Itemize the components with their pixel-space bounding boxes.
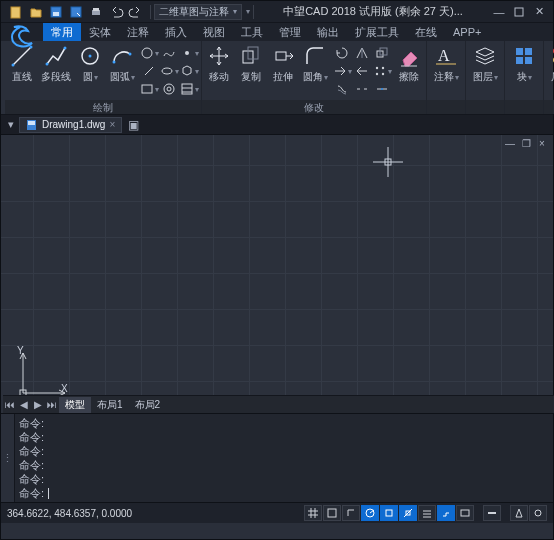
close-button[interactable]: ✕ (529, 3, 549, 21)
draw-mini-5-icon[interactable]: ▾ (161, 63, 177, 79)
new-tab-icon[interactable]: ▣ (128, 118, 139, 132)
layout-next-icon[interactable]: ▶ (31, 399, 45, 410)
mod-mini-1-icon[interactable] (334, 45, 350, 61)
status-lwt-icon[interactable] (418, 505, 436, 521)
status-otrack-icon[interactable] (399, 505, 417, 521)
panel-properties: 属性▾ (544, 41, 554, 114)
mod-mini-9-icon[interactable] (374, 81, 390, 97)
layers-button[interactable]: 图层▾ (470, 43, 500, 84)
document-tab-bar: ▾ Drawing1.dwg × ▣ (1, 115, 553, 135)
ribbon-tab-1[interactable]: 实体 (81, 23, 119, 41)
workspace-label: 二维草图与注释 (159, 5, 229, 19)
command-window[interactable]: ⋮ 命令: 命令: 命令: 命令: 命令: 命令: (1, 413, 553, 503)
status-grid-icon[interactable] (304, 505, 322, 521)
ribbon-tab-10[interactable]: APP+ (445, 23, 489, 41)
mod-mini-5-icon[interactable] (354, 63, 370, 79)
ribbon-tab-9[interactable]: 在线 (407, 23, 445, 41)
cmd-copy[interactable]: 复制 (238, 43, 264, 84)
status-extra1-icon[interactable] (483, 505, 501, 521)
ucs-icon: Y X (15, 349, 73, 399)
qat-save-icon[interactable] (47, 3, 65, 21)
svg-point-15 (129, 53, 132, 56)
annotate-button[interactable]: A 注释▾ (431, 43, 461, 84)
draw-mini-4-icon[interactable] (141, 63, 157, 79)
qat-redo-icon[interactable] (127, 3, 145, 21)
qat-new-icon[interactable] (7, 3, 25, 21)
minimize-button[interactable]: — (489, 3, 509, 21)
qat-overflow-icon[interactable]: ▾ (246, 7, 250, 16)
block-button[interactable]: 块▾ (509, 43, 539, 84)
ribbon-tab-2[interactable]: 注释 (119, 23, 157, 41)
drawing-canvas[interactable]: — ❐ × Y X ⏮ ◀ ▶ ⏭ 模型 布局1 布局2 (1, 135, 553, 413)
cmd-arc[interactable]: 圆弧▾ (109, 43, 135, 84)
status-polar-icon[interactable] (361, 505, 379, 521)
cmd-fillet[interactable]: 圆角▾ (302, 43, 328, 84)
cmd-stretch[interactable]: 拉伸 (270, 43, 296, 84)
layout-first-icon[interactable]: ⏮ (3, 399, 17, 410)
workspace-selector[interactable]: 二维草图与注释 ▾ (154, 4, 242, 20)
crosshair-cursor-icon (373, 147, 403, 177)
qat-saveas-icon[interactable] (67, 3, 85, 21)
mod-mini-2-icon[interactable] (354, 45, 370, 61)
mod-mini-4-icon[interactable]: ▾ (334, 63, 350, 79)
ribbon-tab-5[interactable]: 工具 (233, 23, 271, 41)
chevron-down-icon: ▾ (131, 73, 135, 82)
mod-mini-7-icon[interactable] (334, 81, 350, 97)
layout-tab-model[interactable]: 模型 (59, 397, 91, 413)
draw-mini-2-icon[interactable] (161, 45, 177, 61)
viewport-minimize-icon[interactable]: — (503, 137, 517, 149)
status-osnap-icon[interactable] (380, 505, 398, 521)
ribbon-tab-0[interactable]: 常用 (43, 23, 81, 41)
draw-mini-6-icon[interactable]: ▾ (181, 63, 197, 79)
ribbon-tab-7[interactable]: 输出 (309, 23, 347, 41)
svg-rect-65 (461, 510, 469, 516)
viewport-close-icon[interactable]: × (535, 137, 549, 149)
draw-mini-9-icon[interactable]: ▾ (181, 81, 197, 97)
layout-tab-2[interactable]: 布局2 (129, 397, 167, 413)
draw-mini-7-icon[interactable]: ▾ (141, 81, 157, 97)
qat-open-icon[interactable] (27, 3, 45, 21)
draw-mini-3-icon[interactable]: ▾ (181, 45, 197, 61)
status-ann1-icon[interactable] (510, 505, 528, 521)
svg-point-13 (89, 55, 92, 58)
properties-button[interactable]: 属性▾ (548, 43, 554, 84)
close-tab-icon[interactable]: × (109, 119, 115, 130)
cmd-erase[interactable]: 擦除 (396, 43, 422, 84)
layout-tab-1[interactable]: 布局1 (91, 397, 129, 413)
ribbon-tab-3[interactable]: 插入 (157, 23, 195, 41)
status-ortho-icon[interactable] (342, 505, 360, 521)
draw-mini-8-icon[interactable] (161, 81, 177, 97)
qat-plot-icon[interactable] (87, 3, 105, 21)
qat-undo-icon[interactable] (107, 3, 125, 21)
viewport-restore-icon[interactable]: ❐ (519, 137, 533, 149)
layout-tab-bar: ⏮ ◀ ▶ ⏭ 模型 布局1 布局2 (3, 395, 554, 413)
cmd-move[interactable]: 移动 (206, 43, 232, 84)
svg-rect-63 (386, 510, 392, 516)
status-model-icon[interactable] (456, 505, 474, 521)
layout-last-icon[interactable]: ⏭ (45, 399, 59, 410)
cmd-circle[interactable]: 圆▾ (77, 43, 103, 84)
ribbon-tab-6[interactable]: 管理 (271, 23, 309, 41)
ribbon-tab-4[interactable]: 视图 (195, 23, 233, 41)
mod-mini-8-icon[interactable] (354, 81, 370, 97)
mod-mini-3-icon[interactable] (374, 45, 390, 61)
app-logo-icon[interactable] (5, 21, 39, 51)
layout-prev-icon[interactable]: ◀ (17, 399, 31, 410)
status-dyn-icon[interactable] (437, 505, 455, 521)
svg-rect-0 (11, 7, 20, 18)
ribbon-tab-8[interactable]: 扩展工具 (347, 23, 407, 41)
maximize-button[interactable] (509, 3, 529, 21)
mod-mini-6-icon[interactable]: ▾ (374, 63, 390, 79)
svg-point-31 (381, 67, 383, 69)
status-snap-icon[interactable] (323, 505, 341, 521)
status-ann2-icon[interactable] (529, 505, 547, 521)
doc-tab-menu-icon[interactable]: ▾ (5, 118, 17, 131)
document-tab[interactable]: Drawing1.dwg × (19, 117, 122, 133)
svg-rect-53 (28, 121, 35, 125)
cmd-polyline[interactable]: 多段线 (41, 43, 71, 84)
ribbon: 直线 多段线 圆▾ 圆弧▾ ▾ ▾ (1, 41, 553, 115)
svg-text:A: A (438, 47, 450, 64)
command-input[interactable]: 命令: (19, 486, 549, 500)
command-grip-icon[interactable]: ⋮ (1, 414, 15, 502)
draw-mini-1-icon[interactable]: ▾ (141, 45, 157, 61)
